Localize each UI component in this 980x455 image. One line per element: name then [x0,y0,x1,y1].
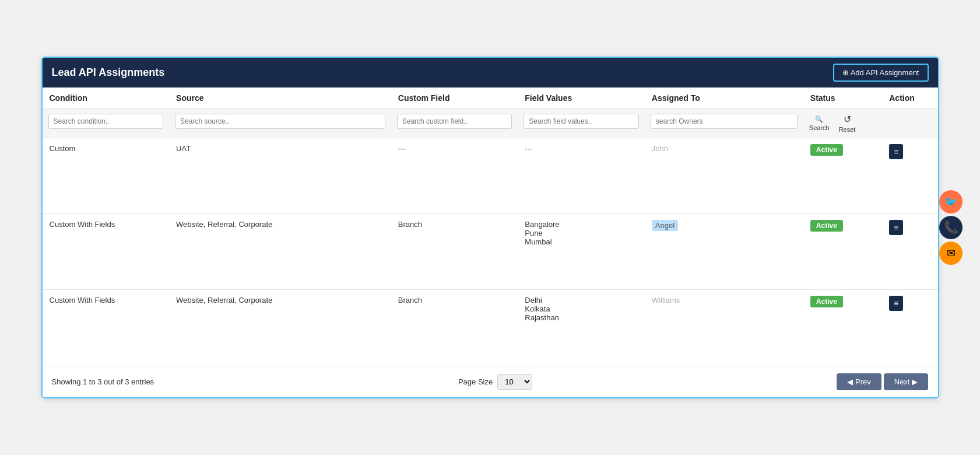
table-header-row: Condition Source Custom Field Field Valu… [43,88,938,109]
field-values-cell-3: Delhi Kolkata Rajasthan [518,290,645,366]
pagination-controls: ◀ Prev Next ▶ [837,373,928,390]
owners-search-cell [645,109,803,138]
action-cell-2: ≡ [882,214,937,290]
next-label: Next [894,377,910,386]
status-badge-3: Active [810,296,843,307]
custom-field-cell-2: Branch [391,214,518,290]
source-cell-3: Website, Referral, Corporate [169,290,391,366]
field-value-1: Bangalore [525,220,638,229]
col-header-condition: Condition [43,88,170,109]
assigned-to-cell-1: John [645,138,803,214]
search-action-cell: 🔍 Search ↺ Reset [803,109,882,138]
status-badge-1: Active [810,144,843,156]
custom-field-cell-1: --- [391,138,518,214]
field-values-cell-2: Bangalore Pune Mumbai [518,214,645,290]
status-cell-3: Active [803,290,882,366]
custom-field-search-cell [391,109,518,138]
field-value-5: Kolkata [525,304,638,313]
assigned-to-cell-2: Angel [645,214,803,290]
assigned-highlight-2: Angel [652,220,678,231]
field-values-cell-1: --- [518,138,645,214]
sidebar-widgets: 🐦 📞 ✉ [939,190,963,265]
field-value-3: Mumbai [525,237,638,246]
search-filter-row: 🔍 Search ↺ Reset [43,109,938,138]
field-value-4: Delhi [525,296,638,304]
widget-button-1[interactable]: 🐦 [939,190,963,214]
table-footer: Showing 1 to 3 out of 3 entries Page Siz… [43,366,938,397]
action-button-2[interactable]: ≡ [889,220,903,235]
action-button-1[interactable]: ≡ [889,144,903,159]
source-cell-1: UAT [169,138,391,214]
showing-entries: Showing 1 to 3 out of 3 entries [52,377,154,386]
table-row: Custom With Fields Website, Referral, Co… [43,214,938,290]
search-custom-field-input[interactable] [397,114,512,129]
col-header-action: Action [882,88,937,109]
action-cell-3: ≡ [882,290,937,366]
prev-icon: ◀ [847,377,853,386]
field-value-6: Rajasthan [525,313,638,322]
page-size-select[interactable]: 10 25 50 100 [497,374,532,390]
reset-button[interactable]: ↺ Reset [839,114,856,133]
page-title: Lead API Assignments [52,66,165,79]
condition-search-cell [43,109,170,138]
col-header-field-values: Field Values [518,88,645,109]
search-button[interactable]: 🔍 Search [809,116,830,131]
col-header-status: Status [803,88,882,109]
col-header-source: Source [169,88,391,109]
widget-button-2[interactable]: 📞 [939,216,963,239]
prev-button[interactable]: ◀ Prev [837,373,881,390]
next-icon: ▶ [912,377,918,386]
table-row: Custom UAT --- --- John Active ≡ [43,138,938,214]
search-field-values-input[interactable] [524,114,639,129]
source-search-cell [169,109,391,138]
col-header-assigned-to: Assigned To [645,88,803,109]
condition-cell-2: Custom With Fields [43,214,170,290]
action-cell-1: ≡ [882,138,937,214]
reset-icon: ↺ [844,114,851,125]
status-cell-1: Active [803,138,882,214]
status-badge-2: Active [810,220,843,232]
condition-cell-3: Custom With Fields [43,290,170,366]
field-values-search-cell [518,109,645,138]
action-button-3[interactable]: ≡ [889,296,903,311]
prev-label: Prev [855,377,871,386]
page-size-control: Page Size 10 25 50 100 [458,374,532,390]
field-value-2: Pune [525,229,638,237]
search-condition-input[interactable] [48,114,164,129]
next-button[interactable]: Next ▶ [884,373,929,390]
table-row: Custom With Fields Website, Referral, Co… [43,290,938,366]
page-size-label: Page Size [458,377,493,386]
condition-cell-1: Custom [43,138,170,214]
search-icon: 🔍 [815,116,823,123]
source-cell-2: Website, Referral, Corporate [169,214,391,290]
page-header: Lead API Assignments ⊕ Add API Assignmen… [43,58,938,88]
custom-field-cell-3: Branch [391,290,518,366]
search-owners-input[interactable] [651,114,798,129]
search-source-input[interactable] [175,114,385,129]
add-api-assignment-button[interactable]: ⊕ Add API Assignment [833,64,929,82]
status-cell-2: Active [803,214,882,290]
search-action-empty [882,109,937,138]
col-header-custom-field: Custom Field [391,88,518,109]
assigned-to-cell-3: Williams [645,290,803,366]
widget-button-3[interactable]: ✉ [939,242,963,265]
